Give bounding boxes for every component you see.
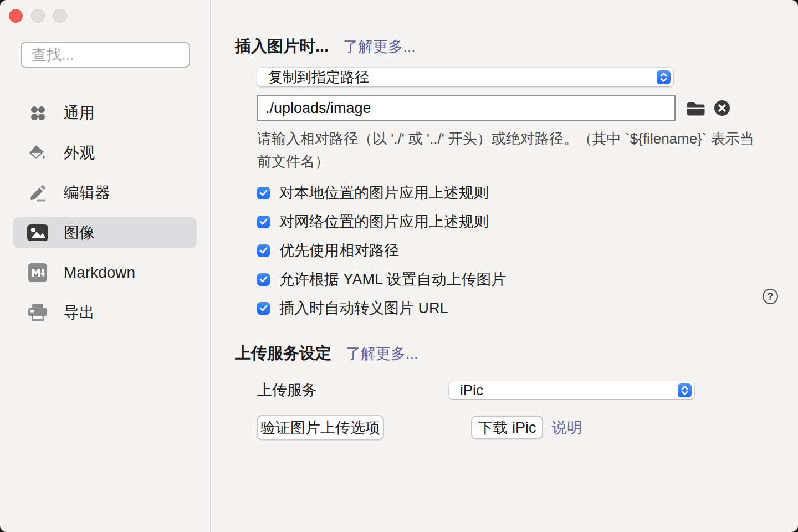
sidebar-item-label: 编辑器 xyxy=(64,182,110,203)
chevron-up-down-icon xyxy=(678,383,692,397)
upload-service-section-title: 上传服务设定 xyxy=(235,342,331,365)
upload-service-select-value: iPic xyxy=(460,382,483,399)
checkbox-row-escape-url: 插入时自动转义图片 URL xyxy=(257,294,798,323)
sidebar: 通用 外观 编辑器 xyxy=(0,0,211,532)
checkbox-label: 对网络位置的图片应用上述规则 xyxy=(279,212,489,232)
checkbox-label: 优先使用相对路径 xyxy=(279,241,399,260)
close-button[interactable] xyxy=(9,9,23,23)
upload-service-label: 上传服务 xyxy=(235,380,449,400)
traffic-lights xyxy=(0,0,210,23)
printer-icon xyxy=(27,304,49,321)
preferences-window: 通用 外观 编辑器 xyxy=(0,0,798,532)
checkbox-checked-icon[interactable] xyxy=(257,216,270,228)
sidebar-item-editor[interactable]: 编辑器 xyxy=(13,177,197,208)
insert-action-select[interactable]: 复制到指定路径 xyxy=(257,68,673,86)
sidebar-item-appearance[interactable]: 外观 xyxy=(13,137,197,168)
checkbox-checked-icon[interactable] xyxy=(257,187,270,200)
learn-more-link-insert[interactable]: 了解更多... xyxy=(343,37,416,57)
docs-link[interactable]: 说明 xyxy=(552,418,582,438)
pencil-icon xyxy=(27,184,49,202)
checkbox-label: 插入时自动转义图片 URL xyxy=(279,298,448,318)
sidebar-nav: 通用 外观 编辑器 xyxy=(0,98,210,328)
checkbox-row-yaml-upload: 允许根据 YAML 设置自动上传图片 xyxy=(257,265,798,294)
sidebar-item-general[interactable]: 通用 xyxy=(13,98,197,129)
checkbox-checked-icon[interactable] xyxy=(257,244,270,257)
path-hint-text: 请输入相对路径（以 './' 或 '../' 开头）或绝对路径。（其中 `${f… xyxy=(257,127,764,173)
sidebar-item-export[interactable]: 导出 xyxy=(13,297,197,328)
image-icon xyxy=(27,224,49,241)
minimize-button[interactable] xyxy=(31,9,45,23)
checkbox-label: 对本地位置的图片应用上述规则 xyxy=(279,183,489,203)
insert-action-select-value: 复制到指定路径 xyxy=(268,68,369,87)
search-input[interactable] xyxy=(21,42,190,68)
insert-image-section-title: 插入图片时... xyxy=(235,35,329,58)
sidebar-item-label: 通用 xyxy=(64,103,95,124)
chevron-up-down-icon xyxy=(657,70,671,84)
checkbox-row-network-rule: 对网络位置的图片应用上述规则 xyxy=(257,207,798,236)
sidebar-item-label: 导出 xyxy=(64,302,95,323)
learn-more-link-upload[interactable]: 了解更多... xyxy=(346,344,418,364)
image-rule-checkboxes: 对本地位置的图片应用上述规则 对网络位置的图片应用上述规则 优先使用相对路径 允… xyxy=(257,178,798,323)
sidebar-item-label: Markdown xyxy=(64,264,135,282)
checkbox-checked-icon[interactable] xyxy=(257,273,270,286)
grid-dots-icon xyxy=(27,104,49,122)
sidebar-item-markdown[interactable]: Markdown xyxy=(13,257,197,288)
paint-bucket-icon xyxy=(27,144,49,162)
download-ipic-button[interactable]: 下载 iPic xyxy=(471,416,543,439)
checkbox-row-relative-path: 优先使用相对路径 xyxy=(257,236,798,265)
help-icon[interactable]: ? xyxy=(763,289,778,304)
checkbox-checked-icon[interactable] xyxy=(257,302,270,315)
sidebar-item-label: 外观 xyxy=(64,142,95,163)
image-path-input[interactable] xyxy=(257,95,676,121)
checkbox-row-local-rule: 对本地位置的图片应用上述规则 xyxy=(257,178,798,207)
validate-upload-button[interactable]: 验证图片上传选项 xyxy=(257,415,384,440)
upload-service-select[interactable]: iPic xyxy=(449,381,694,399)
zoom-button[interactable] xyxy=(53,9,67,23)
clear-path-icon[interactable] xyxy=(714,100,730,116)
markdown-icon xyxy=(27,263,49,282)
checkbox-label: 允许根据 YAML 设置自动上传图片 xyxy=(279,269,507,289)
sidebar-item-image[interactable]: 图像 xyxy=(13,217,197,248)
image-settings-pane: 插入图片时... 了解更多... 复制到指定路径 xyxy=(211,0,798,532)
sidebar-item-label: 图像 xyxy=(64,222,95,243)
folder-icon[interactable] xyxy=(686,100,705,116)
